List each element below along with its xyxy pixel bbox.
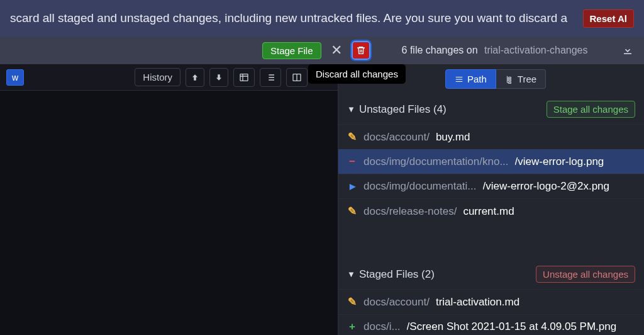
stage-all-button[interactable]: Stage all changes bbox=[547, 101, 635, 118]
svg-rect-2 bbox=[509, 77, 511, 78]
rename-icon: ▶ bbox=[347, 182, 357, 191]
view-badge[interactable]: w bbox=[6, 69, 24, 86]
arrow-down-icon[interactable] bbox=[209, 68, 228, 87]
stage-file-button[interactable]: Stage File bbox=[262, 42, 321, 59]
staged-file-list: ✎ docs/account/trial-activation.md + doc… bbox=[338, 289, 644, 335]
trash-icon bbox=[356, 45, 366, 55]
discard-all-button[interactable] bbox=[352, 41, 370, 60]
file-changes-count: 6 file changes on trial-activation-chang… bbox=[402, 45, 588, 56]
action-toolbar: Stage File ✕ 6 file changes on trial-act… bbox=[0, 37, 644, 64]
staged-title: Staged Files (2) bbox=[359, 268, 435, 281]
unstaged-file-list: ✎ docs/account/buy.md − docs/img/documen… bbox=[338, 124, 644, 224]
unstage-all-button[interactable]: Unstage all changes bbox=[536, 266, 635, 283]
file-row[interactable]: ▶ docs/img/documentati... /view-error-lo… bbox=[338, 174, 644, 198]
file-row[interactable]: ✎ docs/account/buy.md bbox=[338, 124, 644, 149]
svg-rect-0 bbox=[240, 74, 248, 81]
chevron-down-icon: ▼ bbox=[347, 270, 355, 279]
tree-view-button[interactable]: Tree bbox=[496, 69, 546, 89]
download-icon[interactable] bbox=[619, 42, 636, 59]
confirmation-message: scard all staged and unstaged changes, i… bbox=[10, 11, 568, 25]
table-view-icon[interactable] bbox=[233, 68, 255, 87]
hamburger-icon bbox=[455, 75, 464, 84]
pencil-icon: ✎ bbox=[347, 205, 357, 218]
list-view-icon[interactable] bbox=[260, 68, 281, 87]
arrow-up-icon[interactable] bbox=[186, 68, 204, 87]
svg-rect-3 bbox=[509, 79, 511, 81]
pencil-icon: ✎ bbox=[347, 130, 357, 144]
file-row[interactable]: + docs/i... /Screen Shot 2021-01-15 at 4… bbox=[338, 314, 644, 335]
split-view-icon[interactable] bbox=[286, 68, 308, 87]
discard-all-tooltip: Discard all changes bbox=[308, 64, 406, 84]
pencil-icon: ✎ bbox=[347, 295, 357, 309]
file-row[interactable]: ✎ docs/release-notes/current.md bbox=[338, 198, 644, 224]
unstaged-title: Unstaged Files (4) bbox=[359, 103, 447, 116]
close-icon[interactable]: ✕ bbox=[328, 42, 345, 59]
file-row[interactable]: ✎ docs/account/trial-activation.md bbox=[338, 289, 644, 314]
discard-confirmation-banner: scard all staged and unstaged changes, i… bbox=[0, 0, 644, 37]
chevron-down-icon: ▼ bbox=[347, 105, 355, 114]
plus-icon: + bbox=[347, 321, 357, 333]
svg-rect-4 bbox=[509, 82, 511, 83]
branch-name: trial-activation-changes bbox=[484, 45, 588, 55]
changes-panel: Path Tree ▼ Unstaged Files (4) Stage all… bbox=[338, 64, 644, 335]
tree-icon bbox=[505, 75, 514, 84]
staged-section-header[interactable]: ▼ Staged Files (2) Unstage all changes bbox=[338, 259, 644, 289]
file-row[interactable]: − docs/img/documentation/kno... /view-er… bbox=[338, 149, 644, 174]
diff-toolbar: w History bbox=[0, 64, 338, 91]
diff-panel: w History bbox=[0, 64, 338, 335]
main-area: w History bbox=[0, 64, 644, 335]
reset-all-button[interactable]: Reset Al bbox=[583, 9, 634, 28]
history-button[interactable]: History bbox=[135, 68, 180, 86]
unstaged-section-header[interactable]: ▼ Unstaged Files (4) Stage all changes bbox=[338, 94, 644, 124]
minus-icon: − bbox=[347, 156, 357, 168]
path-view-button[interactable]: Path bbox=[445, 69, 496, 89]
